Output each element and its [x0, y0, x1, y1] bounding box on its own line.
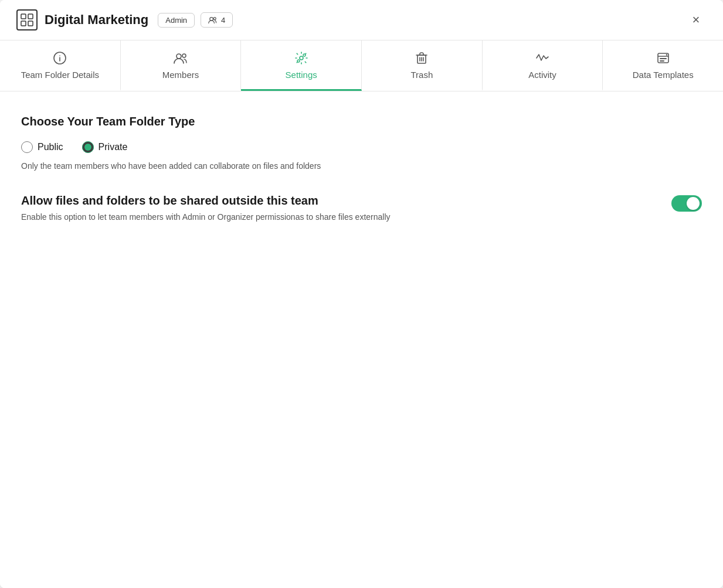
settings-icon — [294, 51, 308, 65]
public-radio[interactable] — [21, 141, 33, 153]
svg-rect-21 — [660, 60, 664, 62]
public-label: Public — [38, 142, 63, 152]
folder-type-radio-group: Public Private — [21, 141, 702, 153]
sharing-section: Allow files and folders to be shared out… — [21, 194, 702, 222]
data-templates-icon — [656, 51, 670, 65]
members-icon — [208, 15, 218, 25]
page-title: Digital Marketing — [45, 12, 148, 28]
close-button[interactable]: × — [685, 9, 707, 30]
header: Digital Marketing Admin 4 × — [0, 0, 723, 40]
tab-label-members: Members — [162, 70, 199, 80]
sharing-text: Allow files and folders to be shared out… — [21, 194, 657, 222]
private-label: Private — [99, 142, 128, 152]
toggle-slider — [671, 195, 702, 212]
folder-type-section: Choose Your Team Folder Type Public Priv… — [21, 115, 702, 171]
members-badge: 4 — [201, 12, 233, 28]
svg-rect-3 — [28, 21, 33, 26]
settings-content: Choose Your Team Folder Type Public Priv… — [0, 91, 723, 588]
tab-label-activity: Activity — [528, 70, 556, 80]
tab-data-templates[interactable]: Data Templates — [603, 40, 723, 91]
svg-rect-0 — [21, 14, 26, 19]
tab-members[interactable]: Members — [121, 40, 242, 91]
svg-rect-1 — [28, 14, 33, 19]
folder-type-desc: Only the team members who have been adde… — [21, 161, 702, 171]
activity-icon — [535, 51, 549, 65]
modal: Digital Marketing Admin 4 × Team Folder … — [0, 0, 723, 588]
svg-rect-2 — [21, 21, 26, 26]
public-option[interactable]: Public — [21, 141, 63, 153]
private-option[interactable]: Private — [82, 141, 128, 153]
members-count: 4 — [221, 16, 225, 25]
app-logo — [16, 9, 38, 30]
tab-label-team-folder-details: Team Folder Details — [21, 70, 99, 80]
folder-type-title: Choose Your Team Folder Type — [21, 115, 702, 128]
tab-team-folder-details[interactable]: Team Folder Details — [0, 40, 121, 91]
sharing-desc: Enable this option to let team members w… — [21, 212, 657, 222]
tab-trash[interactable]: Trash — [362, 40, 483, 91]
svg-point-12 — [297, 60, 300, 62]
tab-label-settings: Settings — [286, 70, 317, 80]
tab-activity[interactable]: Activity — [483, 40, 603, 91]
tabs-bar: Team Folder Details Members Settings — [0, 40, 723, 91]
tab-label-data-templates: Data Templates — [633, 70, 694, 80]
svg-rect-20 — [660, 58, 667, 59]
svg-point-8 — [60, 55, 61, 56]
tab-settings[interactable]: Settings — [241, 40, 362, 91]
svg-point-19 — [666, 54, 667, 55]
svg-point-5 — [213, 18, 216, 20]
svg-point-11 — [300, 56, 303, 60]
svg-point-13 — [303, 54, 306, 56]
sharing-toggle[interactable] — [671, 195, 702, 212]
private-radio[interactable] — [82, 141, 94, 153]
tab-label-trash: Trash — [410, 70, 433, 80]
members-tab-icon — [174, 51, 188, 65]
sharing-title: Allow files and folders to be shared out… — [21, 194, 657, 208]
info-icon — [53, 51, 67, 65]
admin-badge: Admin — [158, 13, 195, 28]
svg-point-9 — [176, 54, 181, 59]
trash-icon — [415, 51, 429, 65]
svg-point-10 — [182, 54, 186, 57]
